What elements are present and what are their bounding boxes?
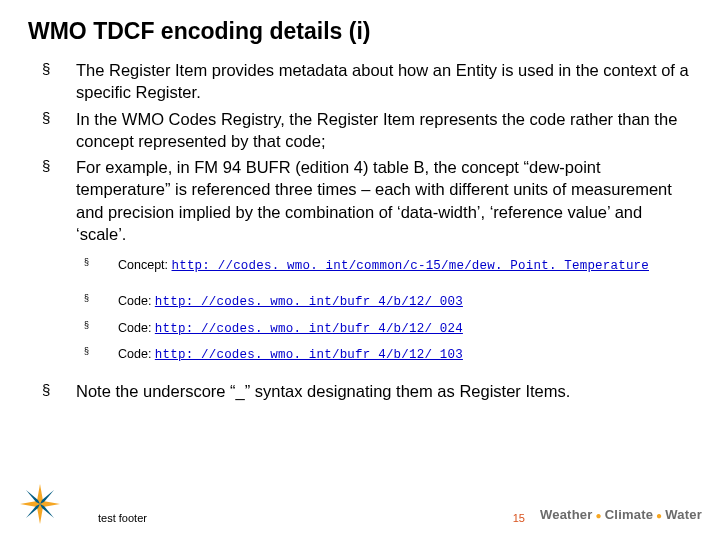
brand-a: Weather [540, 507, 592, 522]
slide-title: WMO TDCF encoding details (i) [28, 18, 692, 45]
bullet-glyph: § [42, 380, 76, 400]
sub-bullet-text: Code: http: //codes. wmo. int/bufr 4/b/1… [118, 318, 692, 340]
code-link[interactable]: http: //codes. wmo. int/bufr 4/b/12/_103 [155, 348, 463, 362]
bullet-item: § Note the underscore “_” syntax designa… [42, 380, 692, 402]
sub-bullet-item: § Concept: http: //codes. wmo. int/commo… [84, 255, 692, 277]
page-number: 15 [513, 512, 525, 524]
bullet-item: § In the WMO Codes Registry, the Registe… [42, 108, 692, 153]
code-label: Code: [118, 294, 155, 308]
sub-bullet-text: Code: http: //codes. wmo. int/bufr 4/b/1… [118, 344, 692, 366]
code-label: Code: [118, 321, 155, 335]
note-text: Note the underscore “_” syntax designati… [76, 380, 692, 402]
brand-text: Weather●Climate●Water [540, 507, 702, 522]
bullet-text: For example, in FM 94 BUFR (edition 4) t… [76, 156, 692, 245]
bullet-text: In the WMO Codes Registry, the Register … [76, 108, 692, 153]
concept-link[interactable]: http: //codes. wmo. int/common/c-15/me/d… [172, 259, 649, 273]
sub-bullets: § Concept: http: //codes. wmo. int/commo… [84, 255, 692, 366]
dot-icon: ● [653, 510, 665, 521]
brand-c: Water [665, 507, 702, 522]
footer: test footer 15 Weather●Climate●Water [0, 486, 720, 530]
bullet-text: The Register Item provides metadata abou… [76, 59, 692, 104]
code-link[interactable]: http: //codes. wmo. int/bufr 4/b/12/_003 [155, 295, 463, 309]
bullet-item: § For example, in FM 94 BUFR (edition 4)… [42, 156, 692, 245]
bullet-glyph: § [42, 59, 76, 79]
sub-bullet-text: Concept: http: //codes. wmo. int/common/… [118, 255, 692, 277]
sub-bullet-item: § Code: http: //codes. wmo. int/bufr 4/b… [84, 344, 692, 366]
bullet-item: § The Register Item provides metadata ab… [42, 59, 692, 104]
sub-bullet-item: § Code: http: //codes. wmo. int/bufr 4/b… [84, 291, 692, 313]
bullet-glyph: § [84, 255, 118, 269]
sub-bullet-text: Code: http: //codes. wmo. int/bufr 4/b/1… [118, 291, 692, 313]
body-content: § The Register Item provides metadata ab… [42, 59, 692, 402]
bullet-glyph: § [42, 108, 76, 128]
slide: WMO TDCF encoding details (i) § The Regi… [0, 0, 720, 540]
code-label: Code: [118, 347, 155, 361]
brand-b: Climate [605, 507, 653, 522]
code-link[interactable]: http: //codes. wmo. int/bufr 4/b/12/_024 [155, 322, 463, 336]
compass-icon [18, 482, 62, 526]
concept-label: Concept: [118, 258, 172, 272]
bullet-glyph: § [42, 156, 76, 176]
dot-icon: ● [592, 510, 604, 521]
bullet-glyph: § [84, 318, 118, 332]
footer-text: test footer [98, 512, 147, 524]
sub-bullet-item: § Code: http: //codes. wmo. int/bufr 4/b… [84, 318, 692, 340]
bullet-glyph: § [84, 291, 118, 305]
bullet-glyph: § [84, 344, 118, 358]
